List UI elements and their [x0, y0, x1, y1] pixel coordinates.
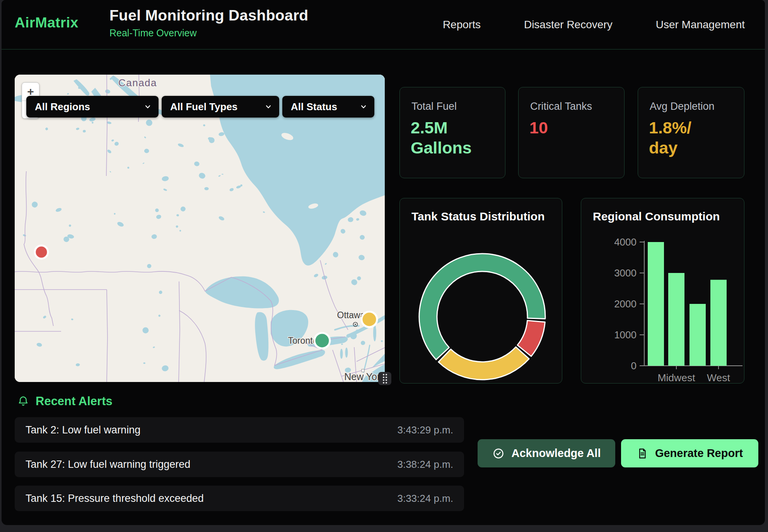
main-nav: Reports Disaster Recovery User Managemen… — [443, 0, 745, 49]
acknowledge-all-label: Acknowledge All — [512, 447, 601, 460]
y-tick-label: 1000 — [614, 329, 637, 341]
resize-grip-handle[interactable] — [378, 372, 391, 385]
regional-consumption-chart-card: Regional Consumption 01000200030004000Mi… — [581, 198, 744, 384]
tank-marker-critical[interactable] — [35, 246, 48, 259]
country-label: Canada — [118, 77, 157, 89]
alert-text: Tank 27: Low fuel warning triggered — [26, 459, 190, 471]
y-tick-label: 3000 — [614, 267, 637, 279]
stat-card-total-fuel: Total Fuel 2.5MGallons — [399, 87, 505, 178]
alert-row[interactable]: Tank 15: Pressure threshold exceeded 3:3… — [15, 486, 464, 511]
bell-icon — [17, 395, 29, 408]
chevron-down-icon — [265, 103, 272, 111]
map-filters: All Regions All Fuel Types All Status — [26, 96, 374, 118]
report-document-icon — [637, 448, 648, 459]
alert-row[interactable]: Tank 2: Low fuel warning 3:43:29 p.m. — [15, 417, 464, 443]
y-tick-label: 0 — [631, 360, 637, 372]
tank-marker-warning[interactable] — [362, 312, 377, 327]
bar-midwest — [668, 273, 684, 366]
chart-title: Regional Consumption — [593, 210, 720, 223]
region-filter-dropdown[interactable]: All Regions — [26, 96, 159, 118]
stat-label: Total Fuel — [411, 101, 457, 113]
acknowledge-all-button[interactable]: Acknowledge All — [478, 439, 615, 467]
fuel-type-filter-dropdown[interactable]: All Fuel Types — [162, 96, 279, 118]
city-label-toronto: Toronto — [288, 336, 318, 346]
fuel-type-filter-value: All Fuel Types — [170, 101, 237, 113]
x-tick-label: West — [707, 372, 730, 383]
alert-text: Tank 2: Low fuel warning — [26, 424, 140, 436]
y-tick-label: 2000 — [614, 298, 637, 310]
generate-report-label: Generate Report — [655, 447, 743, 460]
alert-time: 3:33:24 p.m. — [397, 493, 453, 505]
chevron-down-icon — [360, 103, 367, 111]
donut-segment-warning — [439, 347, 529, 380]
nav-reports[interactable]: Reports — [443, 19, 481, 31]
alert-row[interactable]: Tank 27: Low fuel warning triggered 3:38… — [15, 452, 464, 477]
stat-card-avg-depletion: Avg Depletion 1.8%/day — [638, 87, 744, 178]
map-panel: Canada Ottawa Toronto New York + − All R… — [15, 75, 385, 382]
stat-label: Critical Tanks — [530, 101, 592, 113]
page-title: Fuel Monitoring Dashboard — [109, 7, 308, 24]
alert-time: 3:38:24 p.m. — [397, 459, 453, 471]
title-block: Fuel Monitoring Dashboard Real-Time Over… — [109, 7, 308, 39]
recent-alerts-title: Recent Alerts — [36, 394, 113, 408]
page-subtitle: Real-Time Overview — [109, 27, 308, 39]
nav-disaster-recovery[interactable]: Disaster Recovery — [524, 19, 613, 31]
brand-logo: AirMatrix — [15, 15, 79, 31]
nav-user-management[interactable]: User Management — [656, 19, 745, 31]
tank-status-chart-card: Tank Status Distribution — [399, 198, 562, 384]
region-filter-value: All Regions — [35, 101, 90, 113]
tank-marker-normal[interactable] — [314, 333, 330, 348]
alert-text: Tank 15: Pressure threshold exceeded — [26, 493, 204, 505]
recent-alerts-header: Recent Alerts — [17, 394, 113, 408]
bar-northeast — [648, 242, 664, 366]
header: AirMatrix Fuel Monitoring Dashboard Real… — [2, 0, 765, 49]
stat-card-critical-tanks: Critical Tanks 10 — [518, 87, 625, 178]
status-filter-value: All Status — [291, 101, 337, 113]
donut-segment-critical — [517, 321, 545, 356]
status-filter-dropdown[interactable]: All Status — [282, 96, 374, 118]
x-tick-label: Midwest — [657, 372, 695, 383]
dashboard-window: AirMatrix Fuel Monitoring Dashboard Real… — [2, 0, 765, 525]
stat-value: 2.5MGallons — [411, 118, 472, 158]
tank-status-donut-chart — [400, 198, 562, 383]
check-circle-icon — [492, 447, 505, 460]
stat-value: 10 — [529, 118, 548, 138]
alert-time: 3:43:29 p.m. — [397, 424, 453, 436]
generate-report-button[interactable]: Generate Report — [621, 439, 758, 467]
chart-title: Tank Status Distribution — [411, 210, 544, 223]
stat-value: 1.8%/day — [649, 118, 691, 158]
y-tick-label: 4000 — [614, 236, 637, 248]
map-canvas[interactable]: Canada Ottawa Toronto New York — [15, 75, 385, 382]
bar-west — [710, 280, 727, 366]
chevron-down-icon — [144, 103, 152, 111]
bar-south — [689, 304, 706, 366]
stat-label: Avg Depletion — [650, 101, 715, 113]
regional-consumption-bar-chart: 01000200030004000MidwestWest — [581, 198, 744, 383]
